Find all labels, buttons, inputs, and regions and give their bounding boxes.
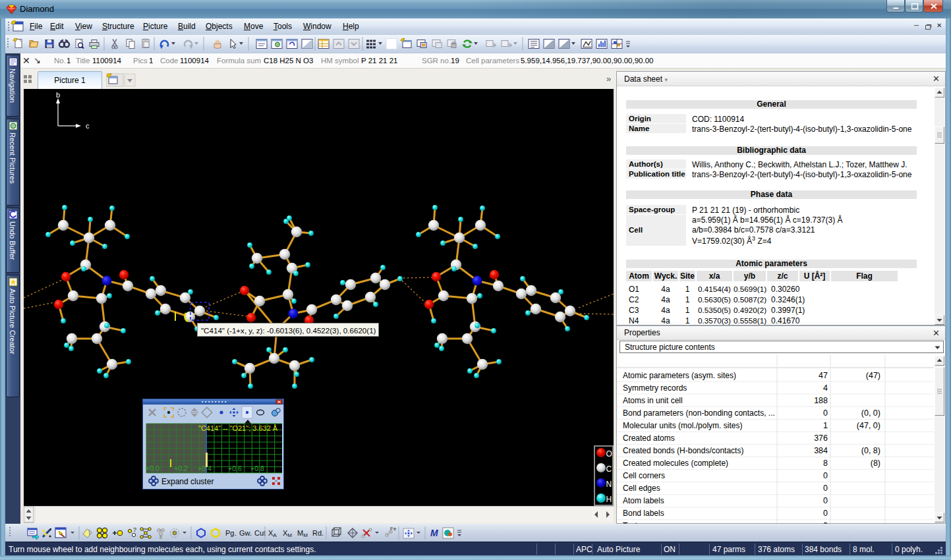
svg-text:c: c — [86, 122, 90, 130]
svg-text:N: N — [606, 480, 612, 489]
svg-text:Pg.: Pg. — [225, 529, 237, 537]
svg-text:MM: MM — [297, 529, 308, 538]
svg-text:XA: XA — [268, 529, 277, 538]
svg-text:Gw.: Gw. — [239, 529, 252, 537]
svg-text:O: O — [606, 449, 612, 459]
svg-text:H: H — [606, 495, 612, 504]
svg-text:+0.6: +0.6 — [228, 464, 242, 472]
svg-text:Rd.: Rd. — [312, 529, 324, 537]
svg-text:Cut: Cut — [254, 529, 266, 537]
svg-text:M: M — [430, 528, 438, 538]
svg-text:Expand cluster: Expand cluster — [161, 477, 214, 486]
svg-text:+0.2: +0.2 — [174, 464, 188, 472]
svg-text:?: ? — [133, 526, 136, 533]
svg-text:C: C — [606, 464, 612, 474]
svg-text:+0.0: +0.0 — [146, 464, 159, 472]
svg-text:"C414" -- "O21"; 3.632 Å: "C414" -- "O21"; 3.632 Å — [198, 424, 278, 432]
svg-text:b: b — [56, 91, 60, 99]
svg-text:Fe: Fe — [390, 526, 397, 532]
svg-text:+0.4: +0.4 — [198, 464, 212, 472]
svg-text:+0.8: +0.8 — [250, 464, 264, 472]
svg-text:XM: XM — [283, 529, 292, 538]
